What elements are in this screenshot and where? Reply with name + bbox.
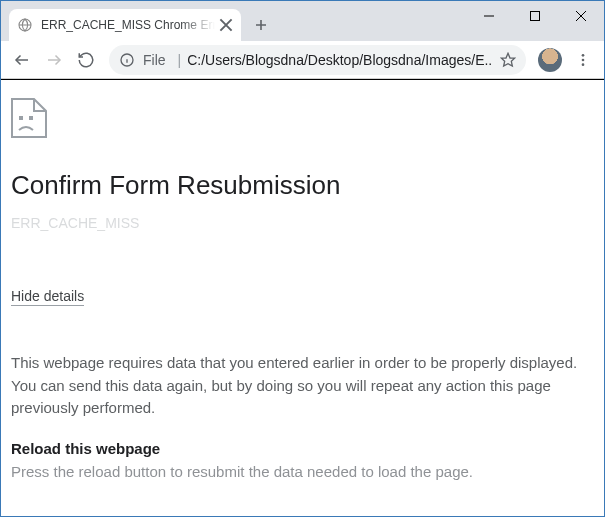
svg-rect-9 (19, 116, 23, 120)
url-path: C:/Users/Blogsdna/Desktop/Blogsdna/Image… (187, 52, 492, 68)
svg-marker-5 (501, 53, 514, 66)
sad-page-icon (11, 98, 47, 138)
browser-menu-button[interactable] (568, 45, 598, 75)
page-content: Confirm Form Resubmission ERR_CACHE_MISS… (1, 79, 604, 516)
svg-point-8 (582, 63, 585, 66)
url-scheme: File (143, 52, 166, 68)
url-separator: | (178, 52, 182, 68)
window-maximize-button[interactable] (512, 1, 558, 31)
browser-tab[interactable]: ERR_CACHE_MISS Chrome Error (9, 9, 241, 41)
window-controls (466, 1, 604, 31)
browser-toolbar: File | C:/Users/Blogsdna/Desktop/Blogsdn… (1, 41, 604, 79)
window-minimize-button[interactable] (466, 1, 512, 31)
window-titlebar: ERR_CACHE_MISS Chrome Error (1, 1, 604, 41)
svg-point-6 (582, 54, 585, 57)
forward-button[interactable] (39, 45, 69, 75)
back-button[interactable] (7, 45, 37, 75)
details-paragraph: This webpage requires data that you ente… (11, 352, 584, 420)
reload-heading: Reload this webpage (11, 440, 584, 457)
tab-close-icon[interactable] (219, 18, 233, 32)
error-code: ERR_CACHE_MISS (11, 215, 584, 231)
tab-title: ERR_CACHE_MISS Chrome Error (41, 18, 215, 32)
reload-button[interactable] (71, 45, 101, 75)
svg-rect-10 (29, 116, 33, 120)
window-close-button[interactable] (558, 1, 604, 31)
reload-paragraph: Press the reload button to resubmit the … (11, 461, 584, 484)
globe-icon (17, 17, 33, 33)
hide-details-link[interactable]: Hide details (11, 288, 84, 306)
address-bar[interactable]: File | C:/Users/Blogsdna/Desktop/Blogsdn… (109, 45, 526, 75)
bookmark-star-icon[interactable] (500, 52, 516, 68)
site-info-icon[interactable] (119, 52, 135, 68)
profile-avatar[interactable] (538, 48, 562, 72)
svg-rect-1 (531, 12, 540, 21)
new-tab-button[interactable] (247, 11, 275, 39)
page-title: Confirm Form Resubmission (11, 170, 584, 201)
svg-point-7 (582, 58, 585, 61)
